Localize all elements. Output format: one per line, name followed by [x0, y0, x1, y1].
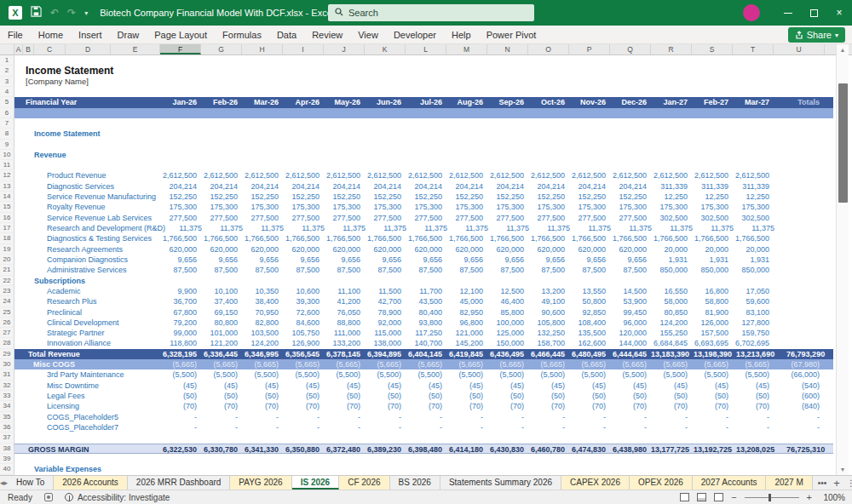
- row-header-21[interactable]: 21: [0, 265, 14, 275]
- cell[interactable]: 11,375: [165, 223, 206, 233]
- row-header-3[interactable]: 3: [0, 77, 14, 87]
- cell[interactable]: 11,375: [329, 223, 370, 233]
- cell[interactable]: 175,300: [324, 202, 365, 212]
- cell[interactable]: 6,702,695: [733, 338, 774, 348]
- row-label-cell[interactable]: COGS_Placeholder5: [14, 412, 160, 422]
- cell[interactable]: (5,500): [487, 369, 528, 380]
- cell[interactable]: -: [324, 412, 365, 422]
- cell[interactable]: 277,500: [569, 213, 610, 223]
- column-header-R[interactable]: R: [651, 44, 692, 54]
- cell[interactable]: 11,375: [492, 223, 533, 233]
- cell[interactable]: 92,000: [365, 318, 406, 328]
- cell[interactable]: (50): [201, 391, 242, 401]
- cell[interactable]: 1,766,500: [365, 233, 406, 243]
- row-header-16[interactable]: 16: [0, 213, 14, 223]
- cell[interactable]: 175,300: [569, 202, 610, 212]
- cell[interactable]: (45): [569, 381, 610, 391]
- cell[interactable]: 204,214: [242, 181, 283, 192]
- cell[interactable]: 103,500: [242, 328, 283, 338]
- cell[interactable]: [825, 412, 833, 422]
- cell[interactable]: 84,600: [283, 318, 324, 328]
- cell-total[interactable]: [774, 255, 825, 265]
- cell[interactable]: 11,375: [615, 223, 656, 233]
- cell[interactable]: 277,500: [283, 213, 324, 223]
- row-label-cell[interactable]: Licensing: [14, 401, 160, 411]
- cell[interactable]: [825, 359, 833, 369]
- cell[interactable]: -: [569, 422, 610, 432]
- cell[interactable]: 2,612,500: [283, 170, 324, 180]
- cell[interactable]: (45): [733, 381, 774, 391]
- cell[interactable]: 124,200: [651, 318, 692, 328]
- cell[interactable]: 152,250: [283, 192, 324, 202]
- row-header-35[interactable]: 35: [0, 412, 14, 422]
- cell[interactable]: 2,612,500: [651, 170, 692, 180]
- row-label-cell[interactable]: Academic: [14, 286, 160, 296]
- cell[interactable]: 2,612,500: [365, 170, 406, 180]
- cell[interactable]: 152,250: [365, 192, 406, 202]
- cell-total[interactable]: [774, 202, 825, 212]
- row-header-6[interactable]: 6: [0, 108, 14, 118]
- cell[interactable]: 88,800: [324, 318, 365, 328]
- cell[interactable]: 620,000: [201, 244, 242, 255]
- cell[interactable]: [825, 422, 833, 432]
- cell[interactable]: -: [528, 422, 569, 432]
- sheet-tab-2027-accounts[interactable]: 2027 Accounts: [693, 476, 767, 490]
- cell[interactable]: (70): [324, 401, 365, 411]
- cell[interactable]: -: [242, 422, 283, 432]
- row-header-12[interactable]: 12: [0, 170, 14, 180]
- cell[interactable]: 100,000: [487, 318, 528, 328]
- cell[interactable]: 138,000: [365, 338, 406, 348]
- cell[interactable]: -: [487, 412, 528, 422]
- column-header-E[interactable]: E: [111, 44, 160, 54]
- cell[interactable]: 90,600: [528, 307, 569, 318]
- cell[interactable]: 311,339: [651, 181, 692, 192]
- cell[interactable]: -: [692, 422, 733, 432]
- cell[interactable]: 9,656: [160, 255, 201, 265]
- cell[interactable]: 175,300: [201, 202, 242, 212]
- cell[interactable]: 115,000: [365, 328, 406, 338]
- month-header-cell[interactable]: Jul-26: [406, 97, 446, 107]
- cell[interactable]: 53,900: [610, 296, 651, 306]
- cell[interactable]: (5,500): [446, 369, 487, 380]
- cell[interactable]: 152,250: [446, 192, 487, 202]
- month-header-cell[interactable]: Mar-26: [242, 97, 283, 107]
- sheet-tab-capex-2026[interactable]: CAPEX 2026: [561, 476, 630, 490]
- cell[interactable]: 9,656: [446, 255, 487, 265]
- cell[interactable]: (45): [487, 381, 528, 391]
- cell[interactable]: 46,400: [487, 296, 528, 306]
- cell[interactable]: 111,000: [324, 328, 365, 338]
- row-label-cell[interactable]: Administrative Services: [14, 265, 160, 275]
- cell[interactable]: [830, 223, 833, 233]
- cell[interactable]: -: [406, 422, 446, 432]
- row-header-8[interactable]: 8: [0, 129, 14, 139]
- column-header-M[interactable]: M: [446, 44, 487, 54]
- column-header-I[interactable]: I: [283, 44, 324, 54]
- cell[interactable]: (5,500): [692, 369, 733, 380]
- vertical-scroll-thumb[interactable]: [838, 83, 848, 203]
- sheet-tab-2027-m[interactable]: 2027 M: [766, 476, 812, 490]
- cell-total[interactable]: [774, 213, 825, 223]
- row-header-25[interactable]: 25: [0, 307, 14, 318]
- ribbon-tab-page-layout[interactable]: Page Layout: [147, 26, 215, 44]
- column-header-H[interactable]: H: [242, 44, 283, 54]
- cell[interactable]: 117,250: [406, 328, 446, 338]
- cell[interactable]: 2,612,500: [528, 170, 569, 180]
- cell[interactable]: 6,322,530: [160, 444, 201, 453]
- cell[interactable]: 87,500: [406, 265, 446, 275]
- totals-header-cell[interactable]: Totals: [774, 97, 825, 107]
- cell[interactable]: 9,900: [160, 286, 201, 296]
- cell[interactable]: (5,665): [528, 359, 569, 369]
- cell[interactable]: (50): [610, 391, 651, 401]
- cell[interactable]: (45): [692, 381, 733, 391]
- cell[interactable]: (70): [692, 401, 733, 411]
- row-label-cell[interactable]: Research Plus: [14, 296, 160, 306]
- cell[interactable]: [830, 444, 833, 453]
- cell-total[interactable]: [774, 233, 825, 243]
- cell[interactable]: (50): [446, 391, 487, 401]
- month-header-cell[interactable]: Oct-26: [528, 97, 569, 107]
- cell[interactable]: -: [324, 422, 365, 432]
- cell[interactable]: [825, 244, 833, 255]
- cell[interactable]: 132,250: [528, 328, 569, 338]
- cell[interactable]: 620,000: [610, 244, 651, 255]
- cell[interactable]: 277,500: [446, 213, 487, 223]
